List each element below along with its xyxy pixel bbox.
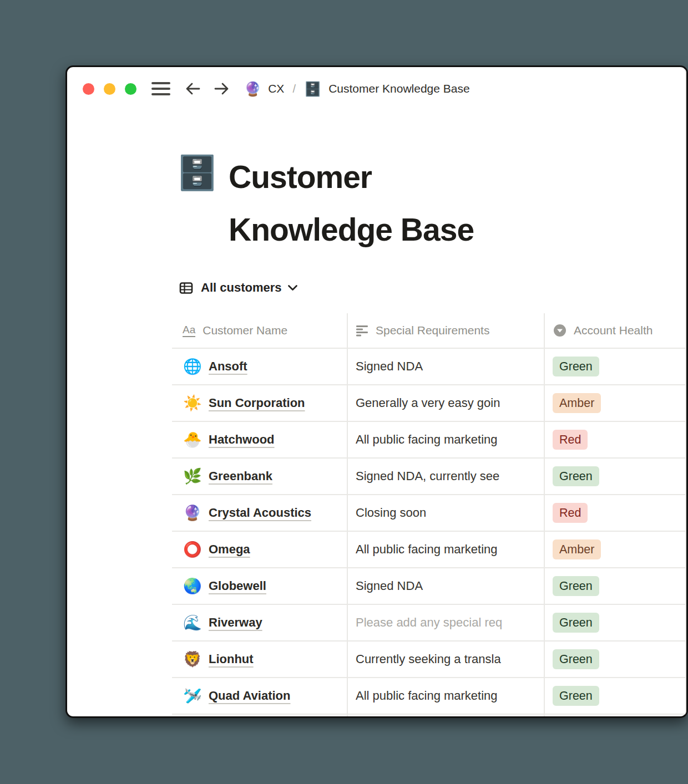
table-view-icon (179, 281, 194, 296)
health-badge[interactable]: Red (553, 430, 588, 450)
customer-name-cell[interactable]: 🌿 Greenbank (172, 459, 347, 494)
customer-name-link[interactable]: Riverway (209, 615, 262, 630)
health-badge[interactable]: Amber (553, 393, 601, 413)
column-label: Account Health (574, 324, 652, 337)
special-requirements-cell[interactable]: Please add any special req (347, 605, 544, 640)
table-row[interactable]: 🌿 Greenbank Signed NDA, currently see Gr… (172, 459, 686, 495)
column-divider[interactable] (544, 313, 545, 716)
page-title[interactable]: Customer Knowledge Base (229, 151, 584, 256)
special-requirements-cell[interactable]: Signed NDA (347, 568, 544, 604)
account-health-cell[interactable]: Green (544, 642, 686, 677)
customer-name-link[interactable]: Ansoft (209, 359, 247, 374)
account-health-cell[interactable]: Green (544, 568, 686, 604)
customer-name-cell[interactable]: ☀️ Sun Corporation (172, 385, 347, 421)
select-property-icon (553, 324, 566, 337)
health-badge[interactable]: Green (553, 613, 599, 633)
account-health-cell[interactable]: Green (544, 605, 686, 640)
desktop-background: 🔮 CX / 🗄️ Customer Knowledge Base 🗄️ Cus… (0, 0, 688, 784)
special-requirements-cell[interactable]: Closing soon (347, 495, 544, 531)
table-row[interactable]: ☀️ Sun Corporation Generally a very easy… (172, 385, 686, 422)
customer-name-link[interactable]: Quad Aviation (209, 689, 291, 703)
table-body: 🌐 Ansoft Signed NDA Green ☀️ Sun Corpora… (172, 349, 686, 715)
breadcrumb-root[interactable]: CX (268, 82, 284, 95)
forward-button[interactable] (213, 82, 230, 96)
column-header-customer-name[interactable]: Aa Customer Name (172, 313, 347, 348)
customer-name-link[interactable]: Hatchwood (209, 432, 275, 447)
special-requirements-cell[interactable]: Signed NDA (347, 349, 544, 384)
window-right-edge-line (685, 67, 686, 716)
health-badge[interactable]: Green (553, 466, 599, 486)
arrow-left-icon (185, 82, 201, 96)
traffic-light-close[interactable] (83, 83, 94, 95)
column-header-account-health[interactable]: Account Health (544, 313, 686, 348)
special-requirements-cell[interactable]: All public facing marketing (347, 532, 544, 567)
table-row[interactable]: 🔮 Crystal Acoustics Closing soon Red (172, 495, 686, 532)
special-requirements-cell[interactable]: Currently seeking a transla (347, 642, 544, 677)
breadcrumb-page[interactable]: Customer Knowledge Base (328, 82, 469, 95)
sidebar-menu-icon[interactable] (151, 82, 170, 95)
customer-name-link[interactable]: Lionhut (209, 652, 254, 666)
table-row[interactable]: 🦁 Lionhut Currently seeking a transla Gr… (172, 642, 686, 678)
special-requirements-cell[interactable]: All public facing marketing (347, 422, 544, 457)
account-health-cell[interactable]: Amber (544, 532, 686, 567)
table-row[interactable]: ⭕ Omega All public facing marketing Ambe… (172, 532, 686, 568)
column-label: Customer Name (203, 324, 287, 337)
table-row[interactable]: 🐣 Hatchwood All public facing marketing … (172, 422, 686, 459)
arrow-right-icon (213, 82, 230, 96)
column-header-special-requirements[interactable]: Special Requirements (347, 313, 544, 348)
chevron-down-icon (287, 284, 298, 292)
health-badge[interactable]: Amber (553, 539, 601, 559)
account-health-cell[interactable]: Green (544, 678, 686, 714)
table-row[interactable]: 🛩️ Quad Aviation All public facing marke… (172, 678, 686, 715)
special-requirements-cell[interactable]: Signed NDA, currently see (347, 459, 544, 494)
account-health-cell[interactable]: Amber (544, 385, 686, 421)
special-requirements-cell[interactable]: Generally a very easy goin (347, 385, 544, 421)
column-divider[interactable] (347, 313, 348, 716)
customer-name-cell[interactable]: ⭕ Omega (172, 532, 347, 567)
customers-table: Aa Customer Name (172, 313, 686, 716)
customer-name-link[interactable]: Greenbank (209, 469, 272, 483)
traffic-light-minimize[interactable] (104, 83, 115, 95)
customer-emoji-icon: 🌿 (183, 469, 200, 484)
customer-name-cell[interactable]: 🔮 Crystal Acoustics (172, 495, 347, 531)
health-badge[interactable]: Green (553, 686, 599, 706)
account-health-cell[interactable]: Red (544, 422, 686, 457)
page-icon[interactable]: 🗄️ (176, 155, 218, 191)
customer-emoji-icon: 🛩️ (183, 689, 200, 704)
account-health-cell[interactable]: Green (544, 459, 686, 494)
health-badge[interactable]: Red (553, 503, 588, 523)
health-badge[interactable]: Green (553, 576, 599, 596)
breadcrumb-separator: / (292, 83, 296, 95)
table-row[interactable]: 🌏 Globewell Signed NDA Green (172, 568, 686, 605)
traffic-light-zoom[interactable] (125, 83, 136, 95)
customer-name-link[interactable]: Sun Corporation (209, 396, 305, 410)
app-window: 🔮 CX / 🗄️ Customer Knowledge Base 🗄️ Cus… (65, 65, 688, 718)
view-selector[interactable]: All customers (179, 279, 298, 297)
table-row[interactable]: 🌐 Ansoft Signed NDA Green (172, 349, 686, 385)
customer-name-cell[interactable]: 🌏 Globewell (172, 568, 347, 604)
customer-emoji-icon: 🌐 (183, 359, 200, 374)
customer-name-link[interactable]: Omega (209, 542, 250, 557)
back-button[interactable] (185, 82, 201, 96)
view-name: All customers (201, 281, 282, 295)
customer-name-link[interactable]: Globewell (209, 579, 266, 593)
customer-name-cell[interactable]: 🌊 Riverway (172, 605, 347, 640)
customer-name-cell[interactable]: 🛩️ Quad Aviation (172, 678, 347, 714)
customer-name-cell[interactable]: 🐣 Hatchwood (172, 422, 347, 457)
account-health-cell[interactable]: Green (544, 349, 686, 384)
customer-name-cell[interactable]: 🌐 Ansoft (172, 349, 347, 384)
customer-name-cell[interactable]: 🦁 Lionhut (172, 642, 347, 677)
special-requirements-cell[interactable]: All public facing marketing (347, 678, 544, 714)
customer-emoji-icon: ⭕ (183, 542, 200, 557)
health-badge[interactable]: Green (553, 357, 599, 376)
customer-emoji-icon: 🌏 (183, 579, 200, 594)
column-label: Special Requirements (376, 324, 489, 337)
customer-emoji-icon: 🦁 (183, 652, 200, 667)
table-row[interactable]: 🌊 Riverway Please add any special req Gr… (172, 605, 686, 642)
breadcrumb-page-icon: 🗄️ (304, 82, 321, 96)
health-badge[interactable]: Green (553, 649, 599, 669)
account-health-cell[interactable]: Red (544, 495, 686, 531)
text-property-icon (356, 325, 368, 337)
customer-name-link[interactable]: Crystal Acoustics (209, 506, 311, 520)
customer-emoji-icon: 🔮 (183, 506, 200, 521)
